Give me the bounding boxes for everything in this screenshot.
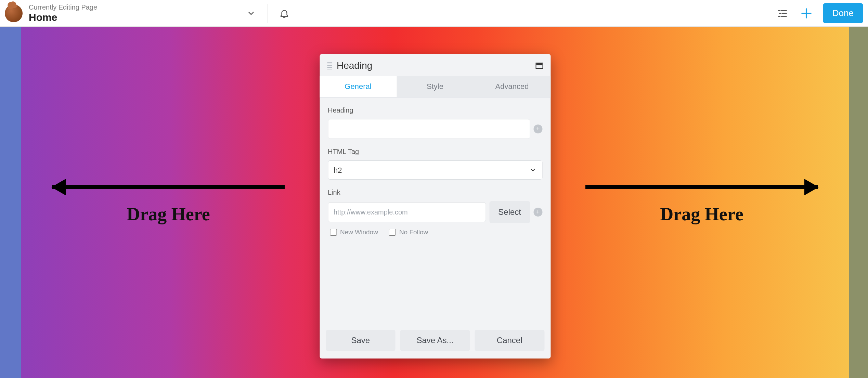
new-window-checkbox-input[interactable]: [330, 229, 337, 236]
cancel-button[interactable]: Cancel: [475, 330, 544, 351]
tab-style[interactable]: Style: [397, 76, 474, 97]
heading-label: Heading: [328, 106, 542, 114]
link-add-button[interactable]: +: [533, 208, 542, 217]
canvas-edge-left: [0, 27, 21, 378]
outline-icon: [777, 8, 788, 19]
new-window-checkbox[interactable]: New Window: [330, 229, 378, 236]
drop-zone-left-label: Drag Here: [127, 204, 210, 225]
arrow-left-icon: [52, 180, 285, 194]
drop-zone-right-label: Drag Here: [660, 204, 743, 225]
link-select-button[interactable]: Select: [489, 201, 530, 223]
heading-add-button[interactable]: +: [533, 125, 542, 133]
drop-zone-left[interactable]: Drag Here: [42, 27, 295, 378]
app-logo: [5, 4, 23, 22]
plus-icon: [800, 7, 813, 20]
canvas-edge-right: [849, 27, 868, 378]
drag-handle-icon[interactable]: [327, 62, 332, 69]
link-input[interactable]: [328, 202, 486, 222]
no-follow-checkbox-input[interactable]: [389, 229, 396, 236]
top-bar: Currently Editing Page Home Done: [0, 0, 868, 27]
link-label: Link: [328, 188, 542, 196]
page-dropdown-toggle[interactable]: [244, 6, 258, 20]
drop-zone-right[interactable]: Drag Here: [575, 27, 828, 378]
new-window-label: New Window: [340, 229, 378, 236]
panel-title: Heading: [337, 60, 372, 71]
heading-input[interactable]: [328, 119, 530, 139]
panel-footer: Save Save As... Cancel: [320, 324, 550, 359]
outline-button[interactable]: [775, 6, 790, 21]
divider: [268, 4, 268, 23]
panel-body: Heading + HTML Tag h2 Link: [320, 97, 550, 324]
htmltag-select[interactable]: h2: [328, 160, 542, 180]
panel-resize-button[interactable]: [535, 63, 543, 69]
no-follow-checkbox[interactable]: No Follow: [389, 229, 428, 236]
save-as-button[interactable]: Save As...: [400, 330, 470, 351]
topbar-actions: Done: [775, 3, 863, 23]
page-title: Home: [29, 11, 97, 24]
page-title-block: Currently Editing Page Home: [29, 3, 97, 24]
canvas-gradient[interactable]: Drag Here Drag Here Heading General Styl…: [21, 27, 849, 378]
tab-general[interactable]: General: [320, 76, 397, 97]
bell-icon: [279, 8, 289, 18]
tab-advanced[interactable]: Advanced: [474, 76, 550, 97]
save-button[interactable]: Save: [326, 330, 396, 351]
arrow-right-icon: [585, 180, 818, 194]
chevron-down-icon: [247, 9, 256, 18]
notifications-button[interactable]: [277, 6, 291, 20]
htmltag-label: HTML Tag: [328, 148, 542, 156]
panel-header[interactable]: Heading: [320, 54, 550, 76]
no-follow-label: No Follow: [399, 229, 428, 236]
editor-canvas: Drag Here Drag Here Heading General Styl…: [0, 27, 868, 378]
htmltag-select-wrap[interactable]: h2: [328, 160, 542, 180]
add-button[interactable]: [799, 6, 814, 21]
editing-subtitle: Currently Editing Page: [29, 3, 97, 11]
panel-tabs: General Style Advanced: [320, 76, 550, 97]
done-button[interactable]: Done: [823, 3, 863, 23]
module-settings-panel[interactable]: Heading General Style Advanced Heading +…: [320, 54, 550, 359]
